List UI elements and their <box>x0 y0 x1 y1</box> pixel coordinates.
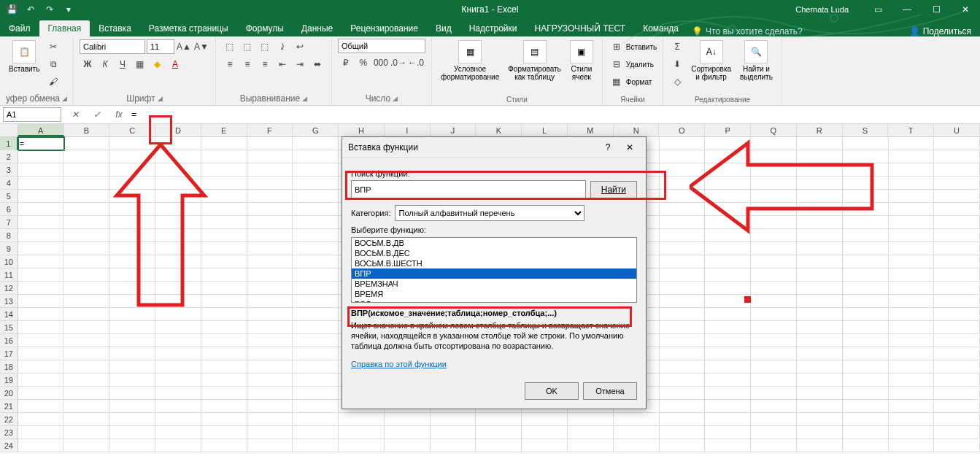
cell[interactable] <box>843 229 889 242</box>
tab-loadtest[interactable]: НАГРУЗОЧНЫЙ ТЕСТ <box>526 20 635 36</box>
find-select-button[interactable]: 🔍Найти ивыделить <box>737 39 776 82</box>
cell[interactable] <box>247 387 293 400</box>
cell[interactable] <box>431 426 477 439</box>
cell[interactable] <box>247 295 293 308</box>
cell[interactable] <box>797 374 843 387</box>
align-top-icon[interactable]: ⬚ <box>222 39 238 55</box>
cell[interactable] <box>705 150 751 163</box>
col-header[interactable]: R <box>797 124 843 136</box>
cell[interactable] <box>63 203 109 216</box>
tab-insert[interactable]: Вставка <box>90 20 140 36</box>
insert-function-icon[interactable]: fx <box>111 107 127 123</box>
cell[interactable] <box>293 216 339 229</box>
cell[interactable] <box>63 360 109 374</box>
cell[interactable] <box>201 387 247 400</box>
cell[interactable] <box>247 400 293 413</box>
cell[interactable] <box>934 190 980 203</box>
cell[interactable] <box>476 426 522 439</box>
row-header[interactable]: 24 <box>0 439 18 452</box>
cell[interactable] <box>18 229 64 242</box>
select-all-button[interactable] <box>0 124 18 136</box>
cell[interactable] <box>751 426 797 439</box>
cell[interactable] <box>155 334 201 347</box>
cell[interactable] <box>201 426 247 439</box>
cell[interactable] <box>751 334 797 347</box>
row-header[interactable]: 15 <box>0 321 18 334</box>
col-header[interactable]: G <box>293 124 339 136</box>
underline-icon[interactable]: Ч <box>115 56 131 72</box>
cell[interactable] <box>293 190 339 203</box>
cell[interactable] <box>63 426 109 439</box>
conditional-format-button[interactable]: ▦Условноеформатирование <box>438 39 502 82</box>
cell[interactable] <box>247 150 293 163</box>
cell[interactable] <box>201 163 247 177</box>
cell[interactable] <box>660 282 706 295</box>
cell[interactable] <box>568 426 614 439</box>
cell[interactable] <box>18 282 64 295</box>
cell[interactable] <box>934 321 980 334</box>
col-header[interactable]: T <box>888 124 934 136</box>
tab-home[interactable]: Главная <box>39 20 90 36</box>
cell[interactable] <box>64 137 110 150</box>
percent-icon[interactable]: % <box>355 55 371 71</box>
cell[interactable] <box>155 426 201 439</box>
cell[interactable] <box>843 216 889 229</box>
cell[interactable] <box>705 347 751 360</box>
cell[interactable] <box>247 374 293 387</box>
cell[interactable] <box>155 150 201 163</box>
cell[interactable] <box>797 282 843 295</box>
cell[interactable] <box>63 163 109 177</box>
font-launcher[interactable]: ◢ <box>158 95 163 102</box>
cell[interactable] <box>797 334 843 347</box>
help-link[interactable]: Справка по этой функции <box>351 360 447 368</box>
cell[interactable] <box>18 203 64 216</box>
cell[interactable] <box>705 387 751 400</box>
cell[interactable] <box>614 413 660 426</box>
cell[interactable] <box>660 150 706 163</box>
cell[interactable] <box>155 190 201 203</box>
list-item[interactable]: ВРЕМЗНАЧ <box>352 279 636 289</box>
font-size-select[interactable] <box>147 39 174 54</box>
cell[interactable] <box>63 242 109 255</box>
cell[interactable] <box>705 360 751 374</box>
cell[interactable] <box>293 203 339 216</box>
cell[interactable] <box>660 321 706 334</box>
cell[interactable] <box>293 334 339 347</box>
cell[interactable] <box>155 360 201 374</box>
cell[interactable] <box>109 439 155 452</box>
cell[interactable] <box>934 163 980 177</box>
cell[interactable] <box>660 163 706 177</box>
row-header[interactable]: 14 <box>0 308 18 321</box>
cell[interactable] <box>109 308 155 321</box>
cell[interactable] <box>247 190 293 203</box>
cell[interactable] <box>293 387 339 400</box>
cell[interactable] <box>18 387 64 400</box>
tab-file[interactable]: Файл <box>0 20 39 36</box>
cell[interactable] <box>155 400 201 413</box>
undo-icon[interactable]: ↶ <box>25 4 36 15</box>
row-header[interactable]: 23 <box>0 426 18 439</box>
cell[interactable] <box>109 137 155 150</box>
cell[interactable] <box>109 255 155 268</box>
cell[interactable] <box>201 295 247 308</box>
cell[interactable] <box>889 360 935 374</box>
cell[interactable] <box>705 137 751 150</box>
col-header[interactable]: F <box>247 124 293 136</box>
cell[interactable] <box>705 308 751 321</box>
cell[interactable] <box>109 426 155 439</box>
cell[interactable] <box>751 308 797 321</box>
cell[interactable] <box>476 439 522 452</box>
delete-cells-button[interactable]: ⊟Удалить <box>609 56 657 72</box>
list-item[interactable]: ВСД <box>352 299 636 303</box>
cell[interactable] <box>155 255 201 268</box>
close-icon[interactable]: ✕ <box>951 0 980 18</box>
cell[interactable] <box>155 413 201 426</box>
cell[interactable] <box>476 413 522 426</box>
cell[interactable] <box>109 413 155 426</box>
bold-icon[interactable]: Ж <box>80 56 96 72</box>
cell[interactable] <box>18 242 64 255</box>
save-icon[interactable]: 💾 <box>6 4 18 15</box>
cell[interactable] <box>247 360 293 374</box>
cell[interactable] <box>201 216 247 229</box>
format-cells-button[interactable]: ▦Формат <box>609 74 657 90</box>
